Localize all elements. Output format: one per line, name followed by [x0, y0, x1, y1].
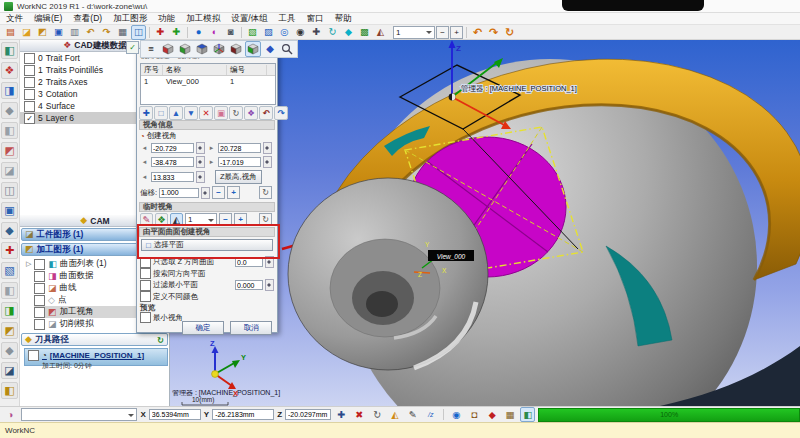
left-toolbar-icon[interactable]: ◨: [1, 302, 18, 319]
rotate-left-icon[interactable]: ↶: [470, 25, 485, 40]
layers-icon[interactable]: ▧: [245, 25, 260, 40]
left-toolbar-icon[interactable]: ◪: [1, 362, 18, 379]
y-min-input[interactable]: [151, 157, 194, 167]
new-document-icon[interactable]: ▤: [3, 25, 18, 40]
refresh-icon[interactable]: ↻: [370, 407, 385, 422]
delete-view-icon[interactable]: ✕: [199, 106, 213, 120]
left-toolbar-icon[interactable]: ◧: [1, 122, 18, 139]
offset-plus-button[interactable]: +: [227, 186, 240, 199]
checkbox[interactable]: [34, 295, 45, 306]
command-combo[interactable]: [21, 408, 138, 421]
ok-button[interactable]: 确定: [182, 321, 224, 335]
menu-view[interactable]: 查看(D): [73, 13, 102, 25]
datum-red-icon[interactable]: ✚: [153, 25, 168, 40]
slash-z-icon[interactable]: /z: [423, 407, 438, 422]
print-icon[interactable]: ▥: [67, 25, 82, 40]
frame-icon[interactable]: □: [154, 106, 168, 120]
filter-min-checkbox[interactable]: [140, 280, 151, 291]
copy-view-icon[interactable]: ▣: [214, 106, 228, 120]
zoom-minus-button[interactable]: −: [436, 26, 449, 39]
stock-icon[interactable]: ▦: [503, 407, 518, 422]
left-toolbar-icon[interactable]: ▧: [1, 262, 18, 279]
grid-icon[interactable]: ▦: [115, 25, 130, 40]
rotate-view-icon[interactable]: ↻: [229, 106, 243, 120]
view-plane-icon[interactable]: ◆: [262, 41, 278, 57]
view-cube-active-icon[interactable]: [245, 41, 261, 57]
spinner[interactable]: [265, 279, 274, 291]
left-toolbar-icon[interactable]: ◨: [1, 82, 18, 99]
z-only-checkbox[interactable]: [140, 257, 151, 268]
viewport-layout-icon[interactable]: ◫: [131, 25, 146, 40]
layer-checkbox[interactable]: [24, 65, 35, 76]
expander-icon[interactable]: ▷: [26, 260, 31, 268]
menu-file[interactable]: 文件: [6, 13, 23, 25]
checkbox[interactable]: [34, 319, 45, 330]
datum-green-icon[interactable]: ✚: [169, 25, 184, 40]
pan-icon[interactable]: ✚: [309, 25, 324, 40]
menu-simulation[interactable]: 加工模拟: [186, 13, 220, 25]
menu-settings[interactable]: 设置/体组: [231, 13, 267, 25]
left-toolbar-icon[interactable]: ◧: [1, 382, 18, 399]
spinner[interactable]: [265, 256, 274, 268]
offset-minus-button[interactable]: −: [212, 186, 225, 199]
spinner[interactable]: [196, 156, 205, 168]
temp-plus-button[interactable]: +: [234, 213, 247, 226]
rotate-right-icon[interactable]: ↷: [486, 25, 501, 40]
undo-icon[interactable]: ↶: [83, 25, 98, 40]
nav-diamond-icon[interactable]: ◆: [341, 25, 356, 40]
x-coord-input[interactable]: [149, 409, 201, 420]
view-cube-iso-icon[interactable]: [211, 41, 227, 57]
x-min-input[interactable]: [151, 143, 194, 153]
view-cube-back-icon[interactable]: [177, 41, 193, 57]
menu-edit[interactable]: 编辑(E): [34, 13, 62, 25]
offset-refresh-button[interactable]: ↻: [259, 186, 272, 199]
z-coord-input[interactable]: [285, 409, 331, 420]
z-top-view-button[interactable]: Z最高,视角: [215, 170, 262, 184]
z-min-input[interactable]: [151, 172, 194, 182]
checkbox[interactable]: [34, 307, 45, 318]
x-max-input[interactable]: [218, 143, 261, 153]
import-file-icon[interactable]: ◩: [35, 25, 50, 40]
zoom-level-combo[interactable]: 1: [393, 26, 435, 39]
menu-window[interactable]: 窗口: [307, 13, 324, 25]
temp-minus-button[interactable]: −: [219, 213, 232, 226]
left-toolbar-icon[interactable]: ✚: [1, 242, 18, 259]
undo-icon[interactable]: ↶: [259, 106, 273, 120]
y-max-input[interactable]: [218, 157, 261, 167]
operator-icon[interactable]: ◆: [485, 407, 500, 422]
zoom-plus-button[interactable]: +: [450, 26, 463, 39]
left-toolbar-icon[interactable]: ◩: [1, 322, 18, 339]
view-cube-bottom-icon[interactable]: [228, 41, 244, 57]
left-toolbar-icon[interactable]: ◆: [1, 102, 18, 119]
temp-axes-icon[interactable]: ❖: [155, 213, 168, 226]
history-icon[interactable]: ◑: [3, 407, 18, 422]
cancel-button[interactable]: 取消: [230, 321, 272, 335]
walkthrough-icon[interactable]: ◭: [373, 25, 388, 40]
deselect-cursor-icon[interactable]: ✖: [352, 407, 367, 422]
zoom-fit-icon[interactable]: ◎: [277, 25, 292, 40]
left-toolbar-icon[interactable]: ◆: [1, 342, 18, 359]
zoom-view-icon[interactable]: [279, 41, 295, 57]
view-cube-front-icon[interactable]: [160, 41, 176, 57]
cube-view-icon[interactable]: ❖: [244, 106, 258, 120]
checkbox[interactable]: [34, 271, 45, 282]
rotate-cw-icon[interactable]: ↻: [502, 25, 517, 40]
layer-checkbox[interactable]: [24, 101, 35, 112]
z-only-value[interactable]: [235, 257, 263, 267]
redo-icon[interactable]: ↷: [274, 106, 288, 120]
temp-edit-icon[interactable]: ✎: [140, 213, 153, 226]
move-down-icon[interactable]: ▼: [184, 106, 198, 120]
display-toggle-icon[interactable]: ◧: [520, 407, 535, 422]
layer-checkbox[interactable]: [24, 77, 35, 88]
simulation-icon[interactable]: ◭: [388, 407, 403, 422]
checkbox[interactable]: [34, 259, 45, 270]
apply-check-button[interactable]: ✓: [126, 41, 139, 54]
spinner[interactable]: [196, 171, 205, 183]
shaded-sphere-icon[interactable]: ◐: [207, 25, 222, 40]
add-view-icon[interactable]: ✚: [139, 106, 153, 120]
cam-refresh-icon[interactable]: ↻: [157, 335, 164, 345]
left-toolbar-icon[interactable]: ◩: [1, 142, 18, 159]
y-coord-input[interactable]: [212, 409, 274, 420]
spinner[interactable]: [201, 187, 210, 199]
edit-pencil-icon[interactable]: ✎: [405, 407, 420, 422]
